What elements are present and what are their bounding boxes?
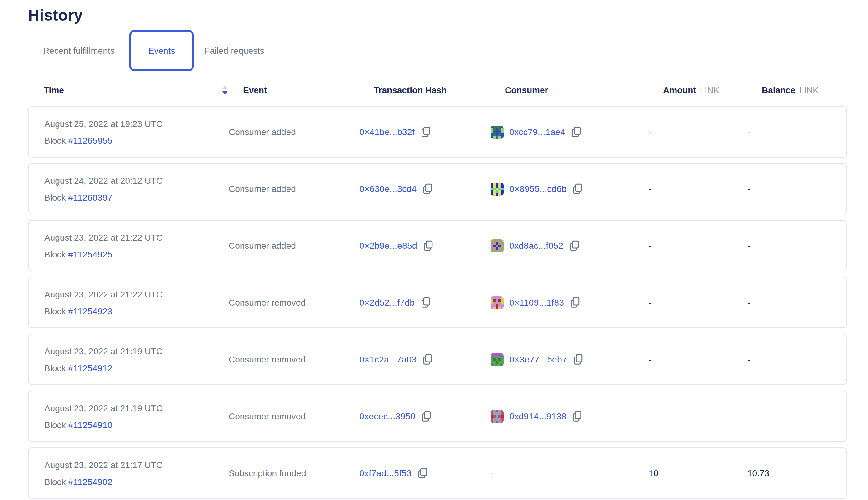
consumer-avatar [491, 125, 504, 138]
block-number-link[interactable]: #11254910 [68, 420, 113, 430]
transaction-hash-cell: 0×1c2a...7a03 [359, 354, 491, 365]
event-date: August 24, 2022 at 20:12 UTC [44, 175, 229, 185]
event-type: Consumer added [229, 184, 359, 194]
sort-caret-icon[interactable] [222, 85, 228, 95]
block-prefix: Block [44, 249, 68, 259]
consumer-address-link[interactable]: 0×3e77...5eb7 [509, 354, 567, 364]
copy-icon[interactable] [572, 411, 582, 422]
transaction-hash-cell: 0×41be...b32f [359, 126, 491, 137]
block-prefix: Block [44, 135, 68, 145]
time-cell: August 23, 2022 at 21:19 UTC Block #1125… [44, 403, 229, 430]
block-number-link[interactable]: #11254902 [68, 477, 113, 487]
transaction-hash-cell: 0×2b9e...e85d [359, 240, 491, 251]
block-label: Block #11265955 [44, 135, 229, 145]
copy-icon[interactable] [572, 183, 582, 194]
balance-value: - [747, 354, 846, 364]
transaction-hash-link[interactable]: 0×2d52...f7db [359, 297, 415, 307]
transaction-hash-link[interactable]: 0×41be...b32f [359, 127, 415, 137]
tab-recent-fulfillments[interactable]: Recent fulfillments [28, 30, 130, 71]
consumer-address-link[interactable]: 0×1109...1f83 [509, 297, 564, 307]
copy-icon[interactable] [420, 126, 430, 137]
block-prefix: Block [44, 363, 68, 373]
transaction-hash-link[interactable]: 0×630e...3cd4 [359, 184, 416, 194]
amount-value: 10 [649, 468, 747, 478]
column-header-balance: BalanceLINK [762, 85, 847, 95]
tab-failed-requests[interactable]: Failed requests [192, 30, 276, 71]
block-number-link[interactable]: #11254925 [68, 249, 113, 259]
consumer-address-link[interactable]: 0×8955...cd6b [509, 184, 567, 194]
copy-icon[interactable] [573, 354, 583, 365]
consumer-address-link: - [491, 468, 493, 478]
consumer-avatar [491, 239, 504, 252]
block-number-link[interactable]: #11265955 [68, 135, 113, 145]
amount-value: - [649, 184, 747, 194]
transaction-hash-link[interactable]: 0xecec...3950 [359, 411, 415, 421]
copy-icon[interactable] [423, 240, 433, 251]
event-date: August 23, 2022 at 21:22 UTC [44, 289, 229, 299]
block-label: Block #11254902 [44, 477, 229, 487]
block-label: Block #11254923 [44, 306, 229, 316]
event-table-row: August 23, 2022 at 21:22 UTC Block #1125… [28, 220, 847, 271]
balance-value: 10.73 [747, 468, 846, 478]
block-prefix: Block [44, 420, 68, 430]
event-date: August 25, 2022 at 19:23 UTC [44, 118, 229, 128]
consumer-cell: 0×3e77...5eb7 [491, 353, 649, 366]
consumer-address-link[interactable]: 0xd914...9138 [509, 411, 567, 421]
event-date: August 23, 2022 at 21:19 UTC [44, 346, 229, 356]
consumer-address-link[interactable]: 0xd8ac...f052 [509, 241, 563, 251]
event-table-row: August 24, 2022 at 20:12 UTC Block #1126… [28, 163, 847, 214]
event-type: Subscription funded [229, 468, 359, 478]
column-header-time: Time [44, 85, 243, 95]
balance-value: - [747, 241, 846, 251]
copy-icon[interactable] [417, 467, 427, 479]
copy-icon[interactable] [569, 240, 579, 251]
copy-icon[interactable] [421, 411, 431, 422]
consumer-cell: - [491, 468, 649, 478]
event-table-row: August 23, 2022 at 21:19 UTC Block #1125… [28, 334, 847, 385]
consumer-avatar [491, 353, 504, 366]
event-type: Consumer removed [229, 354, 359, 364]
block-label: Block #11254910 [44, 420, 229, 430]
copy-icon[interactable] [422, 354, 432, 365]
event-table-row: August 23, 2022 at 21:19 UTC Block #1125… [28, 391, 847, 442]
balance-value: - [747, 127, 846, 137]
transaction-hash-link[interactable]: 0×2b9e...e85d [359, 241, 417, 251]
column-header-event: Event [243, 85, 374, 95]
time-cell: August 25, 2022 at 19:23 UTC Block #1126… [44, 118, 229, 145]
copy-icon[interactable] [422, 183, 432, 194]
tab-events[interactable]: Events [130, 30, 194, 71]
event-date: August 23, 2022 at 21:17 UTC [44, 460, 229, 470]
amount-value: - [649, 127, 747, 137]
page-title: History [28, 0, 847, 24]
column-header-transaction-hash: Transaction Hash [374, 85, 505, 95]
consumer-cell: 0×8955...cd6b [491, 182, 649, 195]
transaction-hash-link[interactable]: 0xf7ad...5f53 [359, 468, 411, 478]
transaction-hash-link[interactable]: 0×1c2a...7a03 [359, 354, 416, 364]
consumer-cell: 0xcc79...1ae4 [491, 125, 649, 138]
transaction-hash-cell: 0×2d52...f7db [359, 297, 491, 308]
event-type: Consumer added [229, 241, 359, 251]
balance-value: - [747, 184, 846, 194]
column-header-amount: AmountLINK [663, 85, 762, 95]
amount-value: - [649, 297, 747, 307]
copy-icon[interactable] [420, 297, 430, 308]
event-date: August 23, 2022 at 21:19 UTC [44, 403, 229, 413]
event-table-row: August 23, 2022 at 21:17 UTC Block #1125… [28, 447, 847, 499]
consumer-cell: 0×1109...1f83 [491, 296, 649, 309]
consumer-address-link[interactable]: 0xcc79...1ae4 [509, 127, 566, 137]
event-table-row: August 25, 2022 at 19:23 UTC Block #1126… [28, 106, 847, 158]
block-number-link[interactable]: #11254912 [68, 363, 113, 373]
history-page: History Recent fulfillments Events Faile… [0, 0, 868, 499]
copy-icon[interactable] [570, 297, 580, 308]
amount-value: - [649, 411, 747, 421]
event-type: Consumer removed [229, 411, 359, 421]
consumer-avatar [491, 296, 504, 309]
time-cell: August 23, 2022 at 21:22 UTC Block #1125… [44, 289, 229, 316]
transaction-hash-cell: 0×630e...3cd4 [359, 183, 491, 194]
block-number-link[interactable]: #11260397 [68, 192, 113, 202]
copy-icon[interactable] [571, 126, 581, 137]
block-label: Block #11260397 [44, 192, 229, 202]
event-type: Consumer added [229, 127, 359, 137]
block-number-link[interactable]: #11254923 [68, 306, 113, 316]
transaction-hash-cell: 0xecec...3950 [359, 411, 491, 422]
